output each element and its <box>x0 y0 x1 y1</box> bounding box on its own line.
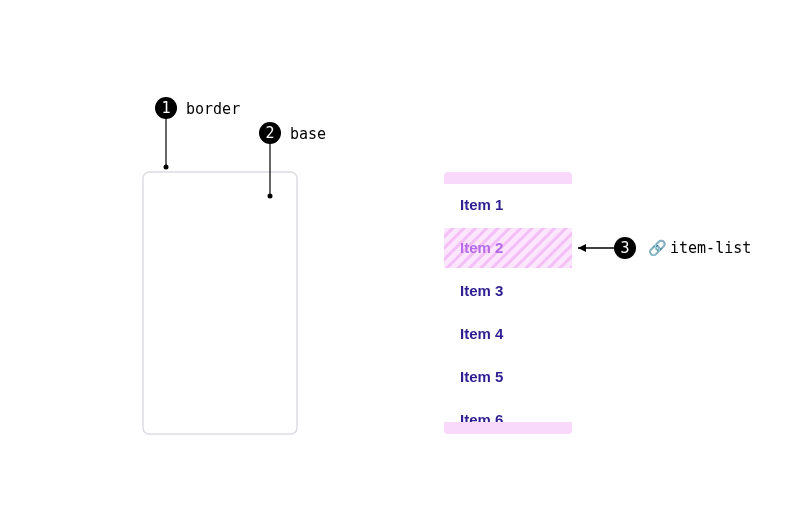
svg-point-6 <box>268 194 273 199</box>
list-item[interactable]: Item 5 <box>460 368 503 385</box>
card-base <box>149 178 291 428</box>
svg-marker-8 <box>578 244 586 252</box>
annotation-label: border <box>186 100 240 118</box>
annotation-number: 3 <box>620 239 629 257</box>
link-icon: 🔗 <box>648 239 667 257</box>
list-item[interactable]: Item 1 <box>460 196 503 213</box>
annotation-label: item-list <box>670 239 751 257</box>
card-empty <box>143 172 297 434</box>
panel-body <box>444 184 572 422</box>
list-item[interactable]: Item 2 <box>460 239 503 256</box>
list-item[interactable]: Item 4 <box>460 325 504 342</box>
svg-point-4 <box>164 165 169 170</box>
annotation-label: base <box>290 125 326 143</box>
annotation-number: 2 <box>265 124 274 142</box>
annotation-border: 1 border <box>155 97 240 170</box>
annotation-number: 1 <box>161 99 170 117</box>
list-item[interactable]: Item 3 <box>460 282 503 299</box>
annotation-item-list: 3 🔗 item-list <box>578 237 751 259</box>
item-list-panel: Item 1 Item 2 Item 3 Item 4 Item 5 Item … <box>444 172 572 434</box>
